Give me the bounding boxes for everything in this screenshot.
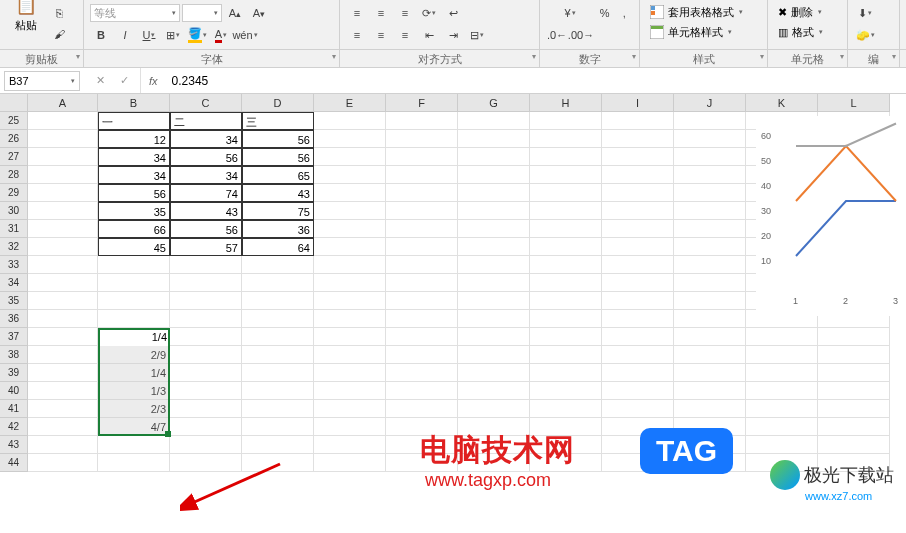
cell-I35[interactable] (602, 292, 674, 310)
cell-E29[interactable] (314, 184, 386, 202)
cell-I34[interactable] (602, 274, 674, 292)
cell-G25[interactable] (458, 112, 530, 130)
cell-I41[interactable] (602, 400, 674, 418)
cell-B25[interactable]: 一 (98, 112, 170, 130)
cell-B31[interactable]: 66 (98, 220, 170, 238)
cell-A33[interactable] (28, 256, 98, 274)
cell-H27[interactable] (530, 148, 602, 166)
cell-G38[interactable] (458, 346, 530, 364)
cell-K41[interactable] (746, 400, 818, 418)
cell-J26[interactable] (674, 130, 746, 148)
cell-B33[interactable] (98, 256, 170, 274)
cell-E27[interactable] (314, 148, 386, 166)
cell-D39[interactable] (242, 364, 314, 382)
cell-K40[interactable] (746, 382, 818, 400)
cell-D38[interactable] (242, 346, 314, 364)
cell-E36[interactable] (314, 310, 386, 328)
cell-D36[interactable] (242, 310, 314, 328)
row-header-36[interactable]: 36 (0, 310, 28, 328)
cell-J39[interactable] (674, 364, 746, 382)
cell-A25[interactable] (28, 112, 98, 130)
cell-K43[interactable] (746, 436, 818, 454)
cell-B40[interactable]: 1/3 (98, 382, 170, 400)
font-family-combo[interactable]: 等线▾ (90, 4, 180, 22)
cell-G32[interactable] (458, 238, 530, 256)
cell-G28[interactable] (458, 166, 530, 184)
cell-A37[interactable] (28, 328, 98, 346)
cell-J28[interactable] (674, 166, 746, 184)
cell-F27[interactable] (386, 148, 458, 166)
cell-J35[interactable] (674, 292, 746, 310)
cell-H29[interactable] (530, 184, 602, 202)
cell-H33[interactable] (530, 256, 602, 274)
select-all-corner[interactable] (0, 94, 28, 112)
paste-button[interactable]: 📋 粘贴 (6, 0, 46, 35)
cell-A29[interactable] (28, 184, 98, 202)
align-bottom-button[interactable]: ≡ (394, 3, 416, 23)
cell-K42[interactable] (746, 418, 818, 436)
indent-dec-button[interactable]: ⇤ (418, 25, 440, 45)
row-header-37[interactable]: 37 (0, 328, 28, 346)
cell-I27[interactable] (602, 148, 674, 166)
cell-G39[interactable] (458, 364, 530, 382)
cell-B27[interactable]: 34 (98, 148, 170, 166)
cell-B34[interactable] (98, 274, 170, 292)
cell-L43[interactable] (818, 436, 890, 454)
cell-F39[interactable] (386, 364, 458, 382)
cell-H28[interactable] (530, 166, 602, 184)
comma-button[interactable]: , (615, 3, 633, 23)
cell-H40[interactable] (530, 382, 602, 400)
cell-E34[interactable] (314, 274, 386, 292)
row-header-33[interactable]: 33 (0, 256, 28, 274)
cell-E37[interactable] (314, 328, 386, 346)
cell-H25[interactable] (530, 112, 602, 130)
cell-H35[interactable] (530, 292, 602, 310)
cell-F28[interactable] (386, 166, 458, 184)
cell-J34[interactable] (674, 274, 746, 292)
row-header-26[interactable]: 26 (0, 130, 28, 148)
col-header-J[interactable]: J (674, 94, 746, 112)
cell-K38[interactable] (746, 346, 818, 364)
cell-I37[interactable] (602, 328, 674, 346)
cell-G35[interactable] (458, 292, 530, 310)
cell-A41[interactable] (28, 400, 98, 418)
col-header-A[interactable]: A (28, 94, 98, 112)
col-header-B[interactable]: B (98, 94, 170, 112)
cell-I31[interactable] (602, 220, 674, 238)
row-header-32[interactable]: 32 (0, 238, 28, 256)
cell-F41[interactable] (386, 400, 458, 418)
align-top-button[interactable]: ≡ (346, 3, 368, 23)
cell-I33[interactable] (602, 256, 674, 274)
align-left-button[interactable]: ≡ (346, 25, 368, 45)
cell-F30[interactable] (386, 202, 458, 220)
col-header-H[interactable]: H (530, 94, 602, 112)
cell-B32[interactable]: 45 (98, 238, 170, 256)
cell-C38[interactable] (170, 346, 242, 364)
increase-font-button[interactable]: A▴ (224, 3, 246, 23)
cell-B38[interactable]: 2/9 (98, 346, 170, 364)
cell-B28[interactable]: 34 (98, 166, 170, 184)
cell-F35[interactable] (386, 292, 458, 310)
cell-H32[interactable] (530, 238, 602, 256)
cell-J37[interactable] (674, 328, 746, 346)
cell-L40[interactable] (818, 382, 890, 400)
cell-B30[interactable]: 35 (98, 202, 170, 220)
decrease-font-button[interactable]: A▾ (248, 3, 270, 23)
cell-E44[interactable] (314, 454, 386, 472)
cell-F26[interactable] (386, 130, 458, 148)
cell-E42[interactable] (314, 418, 386, 436)
row-header-35[interactable]: 35 (0, 292, 28, 310)
cell-B39[interactable]: 1/4 (98, 364, 170, 382)
row-header-27[interactable]: 27 (0, 148, 28, 166)
cell-K39[interactable] (746, 364, 818, 382)
cell-C27[interactable]: 56 (170, 148, 242, 166)
cell-C37[interactable] (170, 328, 242, 346)
percent-button[interactable]: % (596, 3, 614, 23)
cell-A28[interactable] (28, 166, 98, 184)
merge-button[interactable]: ⊟▾ (466, 25, 488, 45)
number-format-combo[interactable]: ¥▾ (546, 3, 594, 23)
cell-C32[interactable]: 57 (170, 238, 242, 256)
cell-F37[interactable] (386, 328, 458, 346)
cell-J30[interactable] (674, 202, 746, 220)
cell-A32[interactable] (28, 238, 98, 256)
